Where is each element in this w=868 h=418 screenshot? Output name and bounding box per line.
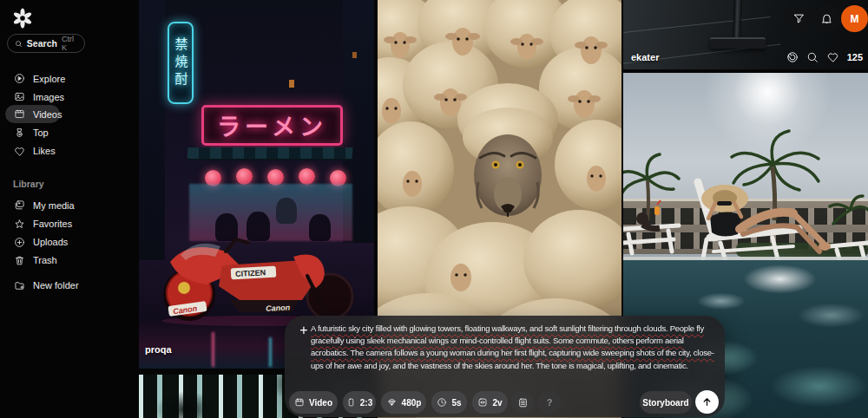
prompt-composer: + A futuristic sky city filled with glow… — [285, 316, 725, 417]
library-header: Library — [13, 179, 44, 189]
sidebar-item-uploads[interactable]: Uploads — [5, 233, 134, 251]
arrow-up-icon — [701, 396, 713, 408]
shop-awning — [187, 147, 352, 160]
help-label: ? — [547, 397, 553, 408]
lit-window — [289, 80, 294, 88]
duration-label: 5s — [451, 398, 461, 408]
neon-sign-vertical-text: 禁焼酎 — [172, 37, 190, 89]
sidebar-item-label: New folder — [33, 280, 79, 291]
sidebar-item-label: Videos — [33, 109, 62, 120]
sidebar-item-new-folder[interactable]: New folder — [5, 277, 134, 295]
filter-funnel-icon — [792, 12, 806, 25]
heart-icon[interactable] — [826, 51, 839, 63]
notifications-button[interactable] — [813, 5, 840, 32]
username-label[interactable]: ekater — [631, 52, 659, 62]
my-media-icon — [14, 199, 25, 211]
aspect-ratio-selector[interactable]: 2:3 — [343, 391, 376, 414]
portrait-aspect-icon — [346, 397, 356, 408]
lit-window — [352, 52, 357, 58]
uploads-icon — [14, 237, 25, 248]
avatar[interactable]: M — [841, 5, 868, 32]
sidebar-item-images[interactable]: Images — [5, 88, 134, 106]
storyboard-button[interactable]: Storyboard — [640, 391, 692, 414]
search-shortcut: Ctrl K — [62, 35, 77, 52]
username-label[interactable]: proqa — [145, 344, 172, 355]
openai-logo-icon[interactable] — [11, 7, 34, 29]
sidebar-item-favorites[interactable]: Favorites — [5, 215, 134, 233]
likes-icon — [14, 146, 25, 157]
sidebar-item-label: My media — [33, 200, 75, 211]
gem-icon — [386, 397, 398, 408]
sidebar-item-label: Favorites — [33, 219, 72, 229]
reflection-streak — [212, 332, 214, 367]
top-icon — [14, 127, 25, 139]
vacuum-head — [710, 37, 766, 49]
filter-button[interactable] — [786, 5, 812, 32]
search-label: Search — [27, 38, 57, 49]
resolution-selector[interactable]: 480p — [381, 391, 426, 414]
duration-selector[interactable]: 5s — [431, 391, 467, 414]
cook-silhouette — [276, 198, 297, 224]
bike-label-canon-low: Canon — [266, 304, 291, 313]
sidebar-item-trash[interactable]: Trash — [5, 251, 134, 270]
videos-icon — [14, 108, 25, 120]
favorites-icon — [14, 219, 25, 230]
sidebar-item-top[interactable]: Top — [5, 124, 134, 142]
sora-app: 禁焼酎 ラーメン CITIZEN Canon — [0, 0, 868, 418]
storyboard-list-button[interactable] — [511, 391, 534, 414]
bell-icon — [820, 12, 833, 25]
neon-sign-ramen-text: ラーメン — [217, 108, 327, 142]
storyboard-label: Storyboard — [642, 398, 688, 408]
help-button[interactable]: ? — [538, 391, 561, 414]
sidebar-item-label: Images — [33, 92, 64, 102]
sidebar-item-label: Explore — [33, 74, 65, 84]
new-folder-icon — [14, 280, 25, 291]
sidebar-item-label: Top — [33, 127, 49, 138]
clock-icon — [437, 397, 447, 408]
sidebar-item-label: Trash — [33, 255, 57, 265]
variations-icon — [477, 397, 488, 408]
neon-sign-vertical: 禁焼酎 — [168, 22, 194, 104]
trash-icon — [14, 255, 25, 266]
vacuum-pole — [733, 0, 742, 41]
sidebar-item-label: Uploads — [33, 237, 68, 247]
type-selector[interactable]: Video — [289, 391, 338, 414]
lantern — [299, 168, 315, 185]
sidebar-item-label: Likes — [33, 146, 56, 156]
like-count: 125 — [847, 52, 863, 62]
neon-sign-ramen: ラーメン — [201, 105, 343, 146]
video-type-icon — [294, 397, 305, 408]
search-input[interactable]: Search Ctrl K — [7, 34, 85, 53]
plus-icon: + — [299, 323, 307, 338]
variations-label: 2v — [492, 398, 502, 408]
aspect-label: 2:3 — [360, 398, 372, 408]
explore-icon — [14, 73, 25, 84]
resolution-label: 480p — [402, 398, 422, 408]
variations-selector[interactable]: 2v — [472, 391, 508, 414]
list-icon — [517, 397, 529, 408]
search-icon — [15, 39, 23, 49]
floor-seam — [623, 16, 770, 33]
sidebar-item-likes[interactable]: Likes — [5, 142, 134, 160]
building-silhouette — [139, 0, 165, 260]
avatar-initial: M — [851, 13, 859, 25]
sidebar: Search Ctrl K Explore Images Videos T — [0, 0, 139, 418]
images-icon — [14, 91, 25, 102]
sidebar-item-explore[interactable]: Explore — [5, 69, 134, 88]
reflection-streak — [269, 337, 272, 367]
zoom-icon[interactable] — [806, 51, 819, 63]
lantern — [236, 168, 253, 185]
type-label: Video — [309, 398, 332, 408]
video-card-cyberpunk[interactable]: 禁焼酎 ラーメン CITIZEN Canon — [139, 0, 374, 369]
prompt-text-input[interactable]: A futuristic sky city filled with glowin… — [311, 323, 720, 372]
palm-trees-and-loungers — [623, 125, 868, 264]
bike-label-citizen: CITIZEN — [235, 268, 266, 278]
remix-icon[interactable] — [786, 51, 799, 63]
sidebar-item-videos[interactable]: Videos — [5, 105, 60, 123]
red-motorcycle-illustration: CITIZEN Canon Canon — [146, 227, 367, 327]
sidebar-item-my-media[interactable]: My media — [5, 196, 134, 214]
submit-button[interactable] — [695, 390, 719, 414]
